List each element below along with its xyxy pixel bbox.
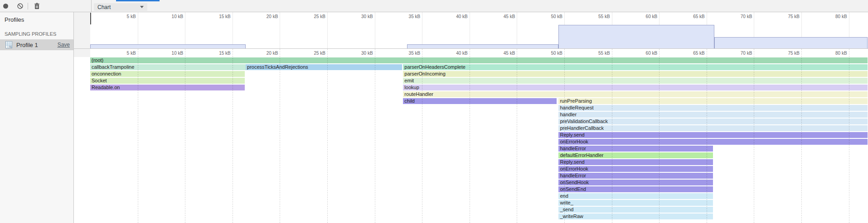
- flame-axis-tick-label: 35 kB: [393, 51, 420, 56]
- profiler-panel: Chart Profiles SAMPLING PROFILES % Profi: [0, 0, 868, 223]
- flame-bar[interactable]: _writeRaw: [558, 214, 713, 219]
- flame-axis-tick-label: 60 kB: [630, 51, 657, 56]
- overview-area-segment: [714, 37, 868, 49]
- clear-icon[interactable]: [17, 3, 23, 9]
- flame-axis-tick-label: 30 kB: [346, 51, 373, 56]
- overview-area-segment: [90, 44, 246, 49]
- flame-axis-tick-label: 45 kB: [488, 51, 515, 56]
- flame-bar[interactable]: parserOnIncoming: [403, 71, 868, 77]
- flame-axis-tick-label: 40 kB: [441, 51, 468, 56]
- flame-axis-tick-label: 50 kB: [535, 51, 563, 56]
- flame-chart: 5 kB10 kB15 kB20 kB25 kB30 kB35 kB40 kB4…: [74, 49, 868, 223]
- flame-axis-tick-label: 5 kB: [109, 51, 136, 56]
- chevron-down-icon: [140, 6, 144, 8]
- flame-bar[interactable]: lookup: [403, 85, 868, 90]
- overview-axis-tick-label: 75 kB: [772, 14, 800, 19]
- view-mode-select[interactable]: Chart: [94, 3, 147, 11]
- flame-bar[interactable]: Socket: [90, 78, 245, 84]
- overview-axis-tick-label: 30 kB: [346, 14, 373, 19]
- overview-timeline[interactable]: 5 kB10 kB15 kB20 kB25 kB30 kB35 kB40 kB4…: [74, 12, 868, 49]
- flame-bar[interactable]: processTicksAndRejections: [246, 64, 402, 70]
- flame-bar[interactable]: onSendEnd: [558, 186, 713, 192]
- flame-bar[interactable]: onSendHook: [558, 180, 713, 185]
- flame-axis-tick-label: 65 kB: [678, 51, 705, 56]
- flame-bar[interactable]: runPreParsing: [558, 98, 868, 104]
- flame-axis-tick-label: 70 kB: [725, 51, 752, 56]
- toolbar: Chart: [0, 0, 868, 12]
- flame-bar[interactable]: _send: [558, 207, 713, 213]
- flame-bar[interactable]: preHandlerCallback: [558, 125, 868, 131]
- flame-bar[interactable]: callbackTrampoline: [90, 64, 246, 70]
- flame-bar[interactable]: onErrorHook: [558, 166, 713, 172]
- overview-axis-tick-label: 80 kB: [820, 14, 847, 19]
- flame-bar[interactable]: end: [558, 193, 713, 199]
- overview-axis-tick-label: 55 kB: [583, 14, 610, 19]
- overview-axis-tick-label: 35 kB: [393, 14, 420, 19]
- flame-bar[interactable]: handleError: [558, 146, 713, 152]
- flame-bar[interactable]: (root): [90, 57, 868, 63]
- flame-bar[interactable]: Reply.send: [558, 159, 713, 165]
- flame-bar[interactable]: onErrorHook: [558, 139, 868, 145]
- overview-gridline: [280, 12, 280, 48]
- flame-bar[interactable]: write_: [558, 200, 713, 206]
- flame-bar[interactable]: preValidationCallback: [558, 119, 868, 124]
- overview-gridline: [375, 12, 375, 48]
- overview-axis-tick-label: 40 kB: [441, 14, 468, 19]
- sidebar-item-profile-1[interactable]: % Profile 1 Save: [0, 39, 73, 50]
- profile-icon: %: [5, 41, 12, 48]
- record-icon[interactable]: [3, 4, 8, 9]
- view-mode-value: Chart: [97, 4, 111, 10]
- flame-bar[interactable]: child: [403, 98, 557, 104]
- flame-bar[interactable]: Readable.on: [90, 85, 245, 90]
- flame-axis-tick-label: 15 kB: [204, 51, 231, 56]
- overview-axis-tick-label: 25 kB: [298, 14, 325, 19]
- trash-icon[interactable]: [34, 3, 40, 9]
- flame-bar[interactable]: handleRequest: [558, 105, 868, 111]
- overview-axis-tick-label: 5 kB: [109, 14, 136, 19]
- flame-axis-tick-label: 20 kB: [251, 51, 278, 56]
- flame-bar[interactable]: onconnection: [90, 71, 245, 77]
- profiles-sidebar: Profiles SAMPLING PROFILES % Profile 1 S…: [0, 12, 74, 223]
- svg-text:%: %: [10, 46, 12, 48]
- flame-gridline: [327, 49, 328, 223]
- overview-axis-tick-label: 45 kB: [488, 14, 515, 19]
- overview-gridline: [138, 12, 138, 48]
- flame-bar[interactable]: handleError: [558, 173, 713, 179]
- toolbar-separator: [28, 3, 28, 9]
- overview-axis-tick-label: 65 kB: [678, 14, 705, 19]
- flame-bar[interactable]: defaultErrorHandler: [558, 152, 713, 158]
- sidebar-heading: Profiles: [5, 16, 24, 23]
- overview-gridline: [185, 12, 185, 48]
- save-link[interactable]: Save: [58, 42, 70, 48]
- flame-bar[interactable]: routeHandler: [403, 91, 868, 97]
- flame-axis-tick-label: 80 kB: [820, 51, 847, 56]
- sampling-profiles-section-label: SAMPLING PROFILES: [5, 31, 56, 37]
- overview-gridline: [422, 12, 422, 48]
- flame-axis-tick-label: 25 kB: [298, 51, 325, 56]
- flame-ruler-gutter: [74, 49, 90, 57]
- overview-gridline: [517, 12, 517, 48]
- profile-name: Profile 1: [16, 42, 38, 48]
- flame-axis-tick-label: 55 kB: [583, 51, 610, 56]
- overview-area-segment: [558, 25, 714, 49]
- flame-bar[interactable]: emit: [403, 78, 868, 84]
- overview-axis-tick-label: 70 kB: [725, 14, 752, 19]
- active-tab-indicator: [116, 0, 160, 1]
- overview-axis-tick-label: 15 kB: [204, 14, 231, 19]
- flame-bar[interactable]: parserOnHeadersComplete: [403, 64, 868, 70]
- overview-gridline: [233, 12, 233, 48]
- flame-axis-tick-label: 10 kB: [156, 51, 183, 56]
- flame-bar[interactable]: handler: [558, 112, 868, 118]
- overview-axis-tick-label: 50 kB: [535, 14, 563, 19]
- overview-axis-tick-label: 60 kB: [630, 14, 657, 19]
- flame-bar[interactable]: Reply.send: [558, 132, 868, 138]
- overview-gridline: [470, 12, 470, 48]
- overview-gridline: [327, 12, 328, 48]
- toolbar-divider: [91, 0, 92, 12]
- flame-gridline: [280, 49, 280, 223]
- overview-axis-tick-label: 20 kB: [251, 14, 278, 19]
- overview-axis-tick-label: 10 kB: [156, 14, 183, 19]
- flame-axis-tick-label: 75 kB: [772, 51, 800, 56]
- overview-left-handle[interactable]: [90, 13, 91, 24]
- flame-gridline: [375, 49, 375, 223]
